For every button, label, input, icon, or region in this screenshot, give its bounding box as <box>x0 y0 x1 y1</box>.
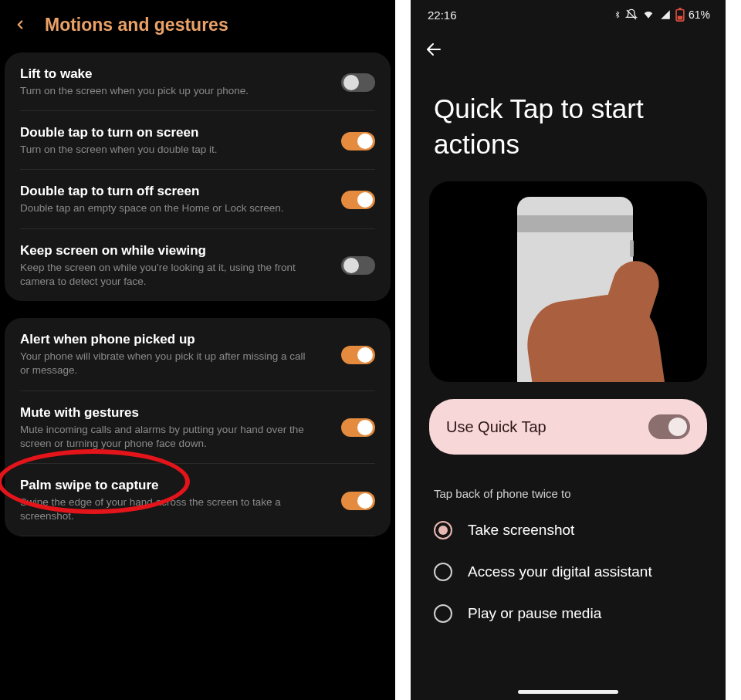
header: Motions and gestures <box>0 0 395 52</box>
nav-handle[interactable] <box>518 690 618 694</box>
back-button[interactable] <box>411 25 726 62</box>
toggle-switch[interactable] <box>341 256 375 275</box>
page-title: Quick Tap to start actions <box>411 62 726 181</box>
arrow-left-icon <box>425 40 443 59</box>
wifi-icon <box>641 9 655 20</box>
setting-subtitle: Your phone will vibrate when you pick it… <box>20 350 313 377</box>
setting-subtitle: Keep the screen on while you're looking … <box>20 261 313 289</box>
svg-rect-2 <box>678 16 683 20</box>
toggle-switch[interactable] <box>341 132 375 150</box>
svg-rect-3 <box>678 8 681 9</box>
toggle-switch[interactable] <box>341 73 375 92</box>
setting-row[interactable]: Lift to wakeTurn on the screen when you … <box>20 52 375 111</box>
toggle-switch[interactable] <box>341 418 375 437</box>
status-bar: 22:16 61% <box>411 0 726 25</box>
setting-subtitle: Turn on the screen when you pick up your… <box>20 84 249 98</box>
settings-group-2: Alert when phone picked upYour phone wil… <box>5 318 391 536</box>
setting-title: Double tap to turn off screen <box>20 184 283 199</box>
quicktap-option[interactable]: Access your digital assistant <box>411 551 726 593</box>
option-label: Access your digital assistant <box>468 563 652 580</box>
toggle-switch[interactable] <box>341 492 375 510</box>
option-label: Take screenshot <box>468 522 574 539</box>
setting-row[interactable]: Double tap to turn on screenTurn on the … <box>20 111 375 170</box>
signal-icon <box>659 9 672 20</box>
setting-title: Palm swipe to capture <box>20 478 313 493</box>
setting-subtitle: Mute incoming calls and alarms by puttin… <box>20 423 313 451</box>
back-icon[interactable] <box>9 14 31 36</box>
radio-icon <box>434 604 452 623</box>
setting-title: Double tap to turn on screen <box>20 125 217 140</box>
quicktap-option[interactable]: Take screenshot <box>411 509 726 551</box>
settings-group-1: Lift to wakeTurn on the screen when you … <box>5 52 391 301</box>
toggle-switch[interactable] <box>341 191 375 209</box>
status-time: 22:16 <box>428 8 457 22</box>
radio-icon <box>434 563 452 581</box>
setting-title: Alert when phone picked up <box>20 332 313 347</box>
setting-title: Lift to wake <box>20 66 249 82</box>
bluetooth-icon <box>614 8 621 21</box>
setting-title: Keep screen on while viewing <box>20 243 313 259</box>
use-quick-tap-switch[interactable] <box>648 414 690 439</box>
setting-subtitle: Swipe the edge of your hand across the s… <box>20 495 313 523</box>
setting-row[interactable]: Mute with gesturesMute incoming calls an… <box>20 391 375 464</box>
battery-icon <box>675 8 685 22</box>
samsung-settings-screen: Motions and gestures Lift to wakeTurn on… <box>0 0 395 700</box>
setting-subtitle: Double tap an empty space on the Home or… <box>20 201 283 215</box>
mute-icon <box>625 8 638 21</box>
page-title: Motions and gestures <box>45 15 228 36</box>
quicktap-option[interactable]: Play or pause media <box>411 593 726 634</box>
hand-graphic <box>499 266 676 382</box>
battery-percent: 61% <box>689 8 710 21</box>
setting-row[interactable]: Keep screen on while viewingKeep the scr… <box>20 229 375 301</box>
toggle-label: Use Quick Tap <box>446 418 546 436</box>
pixel-settings-screen: 22:16 61% Quick Tap to start actions Use… <box>411 0 726 700</box>
toggle-switch[interactable] <box>341 346 375 364</box>
status-icons: 61% <box>614 8 710 22</box>
setting-row[interactable]: Alert when phone picked upYour phone wil… <box>20 318 375 391</box>
setting-row[interactable]: Palm swipe to captureSwipe the edge of y… <box>20 464 375 536</box>
section-label: Tap back of phone twice to <box>411 472 726 509</box>
use-quick-tap-toggle-row[interactable]: Use Quick Tap <box>429 399 707 455</box>
quicktap-illustration <box>429 181 707 382</box>
setting-title: Mute with gestures <box>20 405 313 421</box>
setting-row[interactable]: Double tap to turn off screenDouble tap … <box>20 170 375 228</box>
setting-subtitle: Turn on the screen when you double tap i… <box>20 143 217 157</box>
option-label: Play or pause media <box>468 605 601 622</box>
radio-icon <box>434 521 452 539</box>
